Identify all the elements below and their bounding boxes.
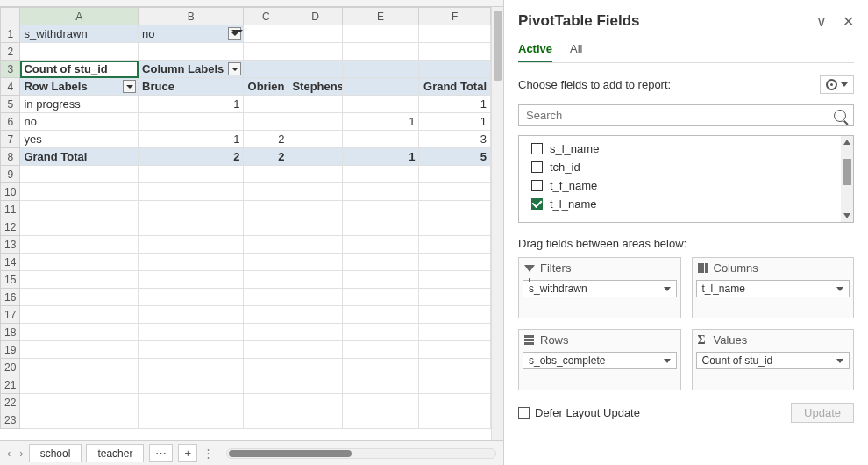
rowhdr-15[interactable]: 15	[1, 271, 20, 289]
cell-b6[interactable]	[139, 113, 244, 131]
cell-d16[interactable]	[288, 289, 342, 306]
cell-f21[interactable]	[419, 376, 491, 394]
cell-e2[interactable]	[342, 43, 419, 61]
tab-next-icon[interactable]: ›	[19, 447, 23, 460]
cell-a20[interactable]	[20, 359, 139, 376]
cell-a4[interactable]: Row Labels	[20, 78, 139, 96]
chip-rows[interactable]: s_obs_complete	[523, 352, 677, 369]
cell-e5[interactable]	[342, 96, 419, 113]
cell-d10[interactable]	[288, 183, 342, 201]
cell-c8[interactable]: 2	[244, 148, 288, 166]
cell-f5[interactable]: 1	[419, 96, 491, 113]
cell-f12[interactable]	[419, 218, 491, 236]
colhdr-e[interactable]: E	[342, 8, 419, 25]
cell-d22[interactable]	[288, 394, 342, 411]
cell-e12[interactable]	[342, 218, 419, 236]
cell-c15[interactable]	[244, 271, 288, 289]
filter-dropdown-icon[interactable]	[228, 27, 241, 40]
cell-f13[interactable]	[419, 236, 491, 254]
cell-d6[interactable]	[288, 113, 342, 131]
cell-e17[interactable]	[342, 306, 419, 324]
rowhdr-12[interactable]: 12	[1, 218, 20, 236]
cell-b21[interactable]	[139, 376, 244, 394]
cell-f6[interactable]: 1	[419, 113, 491, 131]
cell-d1[interactable]	[288, 25, 342, 43]
cell-e8[interactable]: 1	[342, 148, 419, 166]
rowhdr-19[interactable]: 19	[1, 341, 20, 359]
cell-e15[interactable]	[342, 271, 419, 289]
rowhdr-21[interactable]: 21	[1, 376, 20, 394]
area-columns[interactable]: Columns t_l_name	[692, 257, 855, 318]
cell-a16[interactable]	[20, 289, 139, 306]
cell-c21[interactable]	[244, 376, 288, 394]
area-rows[interactable]: Rows s_obs_complete	[518, 329, 681, 390]
update-button[interactable]: Update	[791, 403, 854, 423]
cell-e1[interactable]	[342, 25, 419, 43]
checkbox-tch_id[interactable]	[531, 161, 543, 173]
cell-f7[interactable]: 3	[419, 131, 491, 148]
cell-b3[interactable]: Column Labels	[139, 61, 244, 78]
sheet-tab-school[interactable]: school	[29, 444, 82, 462]
cell-c2[interactable]	[244, 43, 288, 61]
rowhdr-23[interactable]: 23	[1, 411, 20, 429]
hscroll-thumb[interactable]	[229, 450, 352, 457]
cell-d14[interactable]	[288, 254, 342, 271]
cell-d11[interactable]	[288, 201, 342, 218]
cell-e22[interactable]	[342, 394, 419, 411]
cell-f20[interactable]	[419, 359, 491, 376]
cell-f9[interactable]	[419, 166, 491, 183]
field-list-thumb[interactable]	[843, 159, 851, 185]
cell-b19[interactable]	[139, 341, 244, 359]
rowhdr-20[interactable]: 20	[1, 359, 20, 376]
cell-b16[interactable]	[139, 289, 244, 306]
cell-b4[interactable]: Bruce	[139, 78, 244, 96]
cell-b1[interactable]: no	[139, 25, 244, 43]
cell-a22[interactable]	[20, 394, 139, 411]
cell-e9[interactable]	[342, 166, 419, 183]
cell-e14[interactable]	[342, 254, 419, 271]
rowhdr-9[interactable]: 9	[1, 166, 20, 183]
colhdr-d[interactable]: D	[288, 8, 342, 25]
cell-c7[interactable]: 2	[244, 131, 288, 148]
cell-c10[interactable]	[244, 183, 288, 201]
cell-d3[interactable]	[288, 61, 342, 78]
cell-a9[interactable]	[20, 166, 139, 183]
defer-layout[interactable]: Defer Layout Update	[518, 406, 640, 419]
cell-c14[interactable]	[244, 254, 288, 271]
cell-c23[interactable]	[244, 411, 288, 429]
cell-e16[interactable]	[342, 289, 419, 306]
rowhdr-5[interactable]: 5	[1, 96, 20, 113]
cell-a15[interactable]	[20, 271, 139, 289]
field-list-scrollbar[interactable]	[841, 136, 853, 222]
defer-checkbox[interactable]	[518, 407, 530, 418]
cell-b14[interactable]	[139, 254, 244, 271]
cell-a5[interactable]: in progress	[20, 96, 139, 113]
cell-f3[interactable]	[419, 61, 491, 78]
rowhdr-22[interactable]: 22	[1, 394, 20, 411]
cell-c9[interactable]	[244, 166, 288, 183]
field-row-s_l_name[interactable]: s_l_name	[519, 140, 853, 158]
add-sheet-icon[interactable]: +	[178, 444, 197, 462]
cell-f1[interactable]	[419, 25, 491, 43]
cell-f14[interactable]	[419, 254, 491, 271]
rowhdr-16[interactable]: 16	[1, 289, 20, 306]
cell-d12[interactable]	[288, 218, 342, 236]
cell-b20[interactable]	[139, 359, 244, 376]
cell-a6[interactable]: no	[20, 113, 139, 131]
sheet-vertical-scrollbar[interactable]	[491, 7, 503, 440]
rowhdr-17[interactable]: 17	[1, 306, 20, 324]
cell-d23[interactable]	[288, 411, 342, 429]
cell-d17[interactable]	[288, 306, 342, 324]
cell-e20[interactable]	[342, 359, 419, 376]
sheet-tab-teacher[interactable]: teacher	[86, 444, 144, 462]
cell-e10[interactable]	[342, 183, 419, 201]
sheet-horizontal-scrollbar[interactable]	[226, 448, 496, 459]
checkbox-t_l_name[interactable]	[531, 198, 543, 210]
cell-f19[interactable]	[419, 341, 491, 359]
cell-d8[interactable]	[288, 148, 342, 166]
cell-c5[interactable]	[244, 96, 288, 113]
cell-e3[interactable]	[342, 61, 419, 78]
cell-c4[interactable]: Obrien	[244, 78, 288, 96]
cell-f2[interactable]	[419, 43, 491, 61]
cell-d5[interactable]	[288, 96, 342, 113]
